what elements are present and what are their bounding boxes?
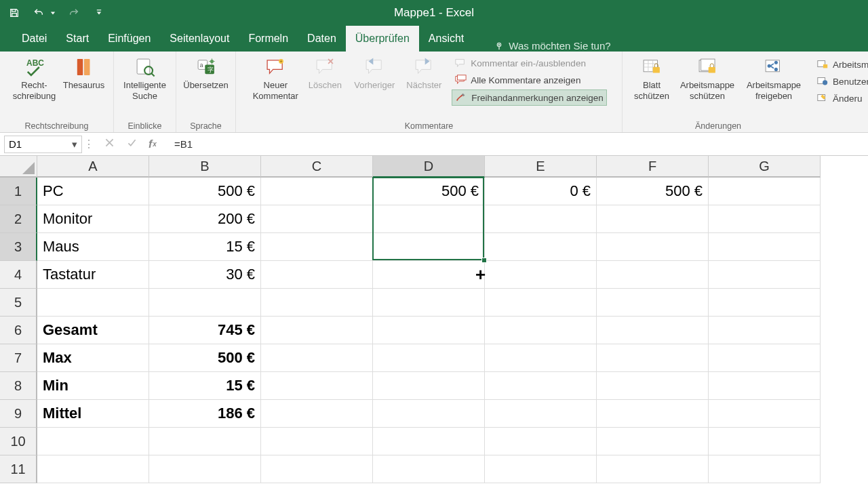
tab-einfügen[interactable]: Einfügen <box>98 26 160 52</box>
tab-daten[interactable]: Daten <box>298 26 346 52</box>
file-tab[interactable]: Datei <box>12 26 56 52</box>
cell-F5[interactable] <box>597 289 709 317</box>
cell-F3[interactable] <box>597 233 709 261</box>
cell-E4[interactable] <box>485 261 597 289</box>
cell-D6[interactable] <box>373 317 485 344</box>
cell-G2[interactable] <box>709 205 821 233</box>
protect-sheet-button[interactable]: Blatt schützen <box>632 54 671 102</box>
cell-F10[interactable] <box>597 428 709 455</box>
thesaurus-button[interactable]: Thesaurus <box>64 54 104 91</box>
cell-B8[interactable]: 15 € <box>149 372 261 400</box>
cell-G9[interactable] <box>709 400 821 428</box>
col-header-A[interactable]: A <box>37 156 149 178</box>
cell-A2[interactable]: Monitor <box>37 205 149 233</box>
cell-B10[interactable] <box>149 428 261 455</box>
cell-B5[interactable] <box>149 289 261 317</box>
cell-C6[interactable] <box>261 317 373 344</box>
cell-C10[interactable] <box>261 428 373 455</box>
delete-comment-button[interactable]: Löschen <box>305 54 344 91</box>
cell-G4[interactable] <box>709 261 821 289</box>
cell-B11[interactable] <box>149 455 261 483</box>
cell-G3[interactable] <box>709 233 821 261</box>
row-header-3[interactable]: 3 <box>0 233 37 261</box>
undo-button[interactable] <box>33 7 45 19</box>
row-header-6[interactable]: 6 <box>0 317 37 344</box>
fill-handle[interactable] <box>481 258 487 263</box>
name-box[interactable]: D1 ▾ <box>4 136 82 153</box>
cell-F4[interactable] <box>597 261 709 289</box>
cell-F7[interactable] <box>597 344 709 372</box>
next-comment-button[interactable]: Nächster <box>404 54 443 91</box>
cell-F6[interactable] <box>597 317 709 344</box>
cell-D2[interactable] <box>373 205 485 233</box>
cell-B9[interactable]: 186 € <box>149 400 261 428</box>
show-ink-button[interactable]: Freihandanmerkungen anzeigen <box>452 89 606 106</box>
formula-input[interactable]: =B1 <box>165 138 868 150</box>
cell-G7[interactable] <box>709 344 821 372</box>
cell-E3[interactable] <box>485 233 597 261</box>
previous-comment-button[interactable]: Vorheriger <box>350 54 399 91</box>
cell-C11[interactable] <box>261 455 373 483</box>
col-header-F[interactable]: F <box>597 156 709 178</box>
cell-A7[interactable]: Max <box>37 344 149 372</box>
cell-C7[interactable] <box>261 344 373 372</box>
cell-D11[interactable] <box>373 455 485 483</box>
cell-C3[interactable] <box>261 233 373 261</box>
row-header-5[interactable]: 5 <box>0 289 37 317</box>
cell-D10[interactable] <box>373 428 485 455</box>
new-comment-button[interactable]: Neuer Kommentar <box>251 54 300 102</box>
col-header-G[interactable]: G <box>709 156 821 178</box>
qat-customize[interactable] <box>96 7 102 19</box>
cell-C5[interactable] <box>261 289 373 317</box>
save-button[interactable] <box>8 7 20 19</box>
cell-F1[interactable]: 500 € <box>597 178 709 205</box>
cell-G6[interactable] <box>709 317 821 344</box>
allow-users-button[interactable]: Benutzer <box>814 74 868 89</box>
cell-E11[interactable] <box>485 455 597 483</box>
cell-C9[interactable] <box>261 400 373 428</box>
tab-formeln[interactable]: Formeln <box>239 26 298 52</box>
cell-F11[interactable] <box>597 455 709 483</box>
cell-A3[interactable]: Maus <box>37 233 149 261</box>
cell-D3[interactable] <box>373 233 485 261</box>
cell-E9[interactable] <box>485 400 597 428</box>
cell-D5[interactable] <box>373 289 485 317</box>
fx-icon[interactable]: fx <box>149 138 157 150</box>
translate-button[interactable]: a字 Übersetzen <box>182 54 231 91</box>
cell-C2[interactable] <box>261 205 373 233</box>
show-hide-comment-button[interactable]: Kommentar ein-/ausblenden <box>452 56 606 70</box>
cell-G8[interactable] <box>709 372 821 400</box>
cell-B3[interactable]: 15 € <box>149 233 261 261</box>
col-header-C[interactable]: C <box>261 156 373 178</box>
row-header-1[interactable]: 1 <box>0 178 37 205</box>
tab-start[interactable]: Start <box>56 26 98 52</box>
cell-D4[interactable] <box>373 261 485 289</box>
cell-A4[interactable]: Tastatur <box>37 261 149 289</box>
tab-ansicht[interactable]: Ansicht <box>419 26 473 52</box>
cell-F9[interactable] <box>597 400 709 428</box>
tab-überprüfen[interactable]: Überprüfen <box>346 26 419 52</box>
cell-B4[interactable]: 30 € <box>149 261 261 289</box>
row-header-2[interactable]: 2 <box>0 205 37 233</box>
col-header-B[interactable]: B <box>149 156 261 178</box>
cell-E5[interactable] <box>485 289 597 317</box>
cell-E8[interactable] <box>485 372 597 400</box>
cell-G1[interactable] <box>709 178 821 205</box>
track-changes-button[interactable]: Änderu <box>814 91 868 106</box>
tab-seitenlayout[interactable]: Seitenlayout <box>160 26 239 52</box>
cell-A6[interactable]: Gesamt <box>37 317 149 344</box>
row-header-9[interactable]: 9 <box>0 400 37 428</box>
protect-workbook-button[interactable]: Arbeitsmappe schützen <box>677 54 738 102</box>
cell-C4[interactable] <box>261 261 373 289</box>
undo-dropdown[interactable] <box>50 7 56 19</box>
cell-G5[interactable] <box>709 289 821 317</box>
cell-F2[interactable] <box>597 205 709 233</box>
cell-B7[interactable]: 500 € <box>149 344 261 372</box>
col-header-E[interactable]: E <box>485 156 597 178</box>
row-header-10[interactable]: 10 <box>0 428 37 455</box>
redo-button[interactable] <box>68 7 80 19</box>
smart-lookup-button[interactable]: Intelligente Suche <box>121 54 170 102</box>
cell-C8[interactable] <box>261 372 373 400</box>
cell-A10[interactable] <box>37 428 149 455</box>
row-header-8[interactable]: 8 <box>0 372 37 400</box>
